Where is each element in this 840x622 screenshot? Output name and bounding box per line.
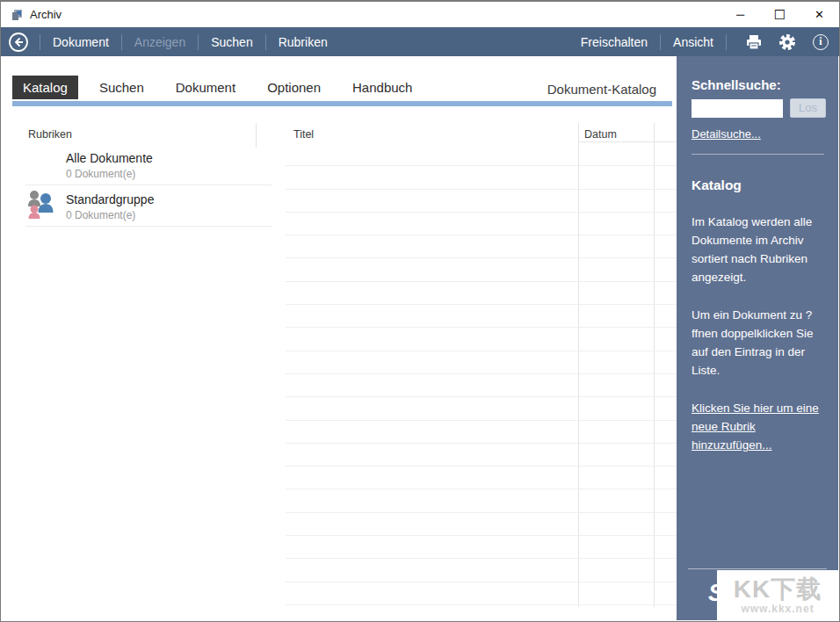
document-table-body[interactable] bbox=[286, 143, 678, 607]
list-item-count: 0 Dokument(e) bbox=[66, 209, 135, 221]
menu-item-dokument[interactable]: Dokument bbox=[51, 35, 111, 49]
tab-bar: Katalog Suchen Dokument Optionen Handbuc… bbox=[12, 76, 433, 99]
column-divider bbox=[256, 123, 257, 148]
list-item-count: 0 Dokument(e) bbox=[66, 168, 135, 180]
main-content: Katalog Suchen Dokument Optionen Handbuc… bbox=[2, 56, 679, 620]
watermark: KK下载 www.kkx.net bbox=[717, 570, 838, 620]
toolbar-separator bbox=[660, 34, 661, 50]
sidebar-divider bbox=[688, 568, 827, 569]
accent-bar bbox=[12, 101, 672, 106]
menu-item-anzeigen: Anzeigen bbox=[133, 35, 187, 49]
toolbar-separator bbox=[40, 34, 40, 50]
minimize-button[interactable]: ─ bbox=[721, 2, 760, 27]
toolbar-right: Freischalten Ansicht i bbox=[579, 33, 839, 52]
rubriken-column-header: Rubriken bbox=[28, 128, 72, 141]
menu-item-ansicht[interactable]: Ansicht bbox=[671, 35, 715, 49]
detail-search-link[interactable]: Detailsuche... bbox=[692, 127, 761, 141]
app-window: Archiv ─ ☐ ✕ Dokument Anzeigen Suchen Ru… bbox=[0, 0, 840, 622]
tab-handbuch[interactable]: Handbuch bbox=[342, 76, 423, 99]
table-header-titel[interactable]: Titel bbox=[293, 128, 314, 141]
add-rubrik-link[interactable]: Klicken Sie hier um eine neue Rubrik hin… bbox=[692, 399, 826, 454]
sidebar-paragraph: Im Katalog werden alle Dokumente im Arch… bbox=[692, 213, 826, 286]
header-divider bbox=[578, 141, 677, 142]
sidebar-divider bbox=[692, 154, 824, 155]
table-header-datum[interactable]: Datum bbox=[584, 128, 617, 141]
sidebar: Schnellsuche: Los Detailsuche... Katalog… bbox=[677, 56, 838, 620]
search-go-button[interactable]: Los bbox=[790, 98, 826, 118]
menu-item-rubriken[interactable]: Rubriken bbox=[277, 35, 329, 49]
quick-search-label: Schnellsuche: bbox=[692, 77, 826, 92]
info-icon[interactable]: i bbox=[811, 33, 830, 52]
toolbar-separator bbox=[198, 34, 199, 50]
page-title: Dokument-Katalog bbox=[547, 82, 656, 97]
toolbar: Dokument Anzeigen Suchen Rubriken Freisc… bbox=[1, 27, 839, 56]
menu-item-freischalten[interactable]: Freischalten bbox=[579, 35, 649, 49]
row-divider bbox=[25, 226, 272, 227]
quick-search-input[interactable] bbox=[692, 99, 783, 118]
tab-katalog[interactable]: Katalog bbox=[12, 76, 78, 99]
tab-optionen[interactable]: Optionen bbox=[257, 76, 331, 99]
toolbar-separator bbox=[121, 34, 122, 50]
toolbar-separator bbox=[726, 34, 727, 50]
toolbar-separator bbox=[265, 34, 266, 50]
tab-suchen[interactable]: Suchen bbox=[89, 76, 155, 99]
window-title: Archiv bbox=[30, 8, 62, 21]
watermark-logo: KK下载 bbox=[734, 576, 822, 603]
back-icon[interactable] bbox=[8, 32, 29, 53]
sidebar-section-title: Katalog bbox=[692, 177, 826, 193]
sidebar-paragraph: Um ein Dokument zu ?ffnen doppelklicken … bbox=[692, 306, 826, 380]
app-icon bbox=[11, 8, 25, 22]
printer-icon[interactable] bbox=[744, 33, 764, 52]
close-button[interactable]: ✕ bbox=[800, 2, 839, 27]
menu-item-suchen[interactable]: Suchen bbox=[209, 35, 254, 49]
gear-icon[interactable] bbox=[778, 33, 797, 52]
watermark-url: www.kkx.net bbox=[741, 603, 814, 615]
window-controls: ─ ☐ ✕ bbox=[721, 2, 839, 27]
row-divider bbox=[25, 184, 272, 185]
list-item-alle-dokumente[interactable]: Alle Dokumente bbox=[66, 151, 153, 165]
list-item-standardgruppe[interactable]: Standardgruppe bbox=[66, 192, 154, 206]
group-icon bbox=[26, 189, 54, 221]
maximize-button[interactable]: ☐ bbox=[760, 2, 800, 27]
title-bar: Archiv ─ ☐ ✕ bbox=[1, 2, 839, 27]
tab-dokument[interactable]: Dokument bbox=[165, 76, 246, 99]
